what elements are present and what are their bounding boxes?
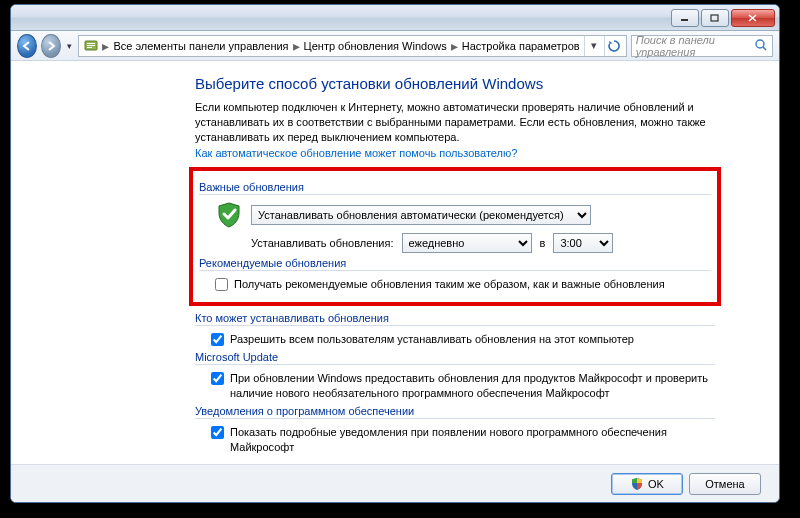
- breadcrumb-seg-1[interactable]: Все элементы панели управления: [109, 40, 292, 52]
- group-msupdate-heading: Microsoft Update: [195, 351, 715, 365]
- search-input[interactable]: Поиск в панели управления: [631, 35, 773, 57]
- minimize-button[interactable]: [671, 9, 699, 27]
- search-placeholder: Поиск в панели управления: [636, 34, 754, 58]
- svg-rect-5: [87, 43, 95, 44]
- breadcrumb[interactable]: ▸ Все элементы панели управления ▸ Центр…: [78, 35, 626, 57]
- schedule-label: Устанавливать обновления:: [251, 237, 394, 249]
- recommended-checkbox-label: Получать рекомендуемые обновления таким …: [234, 277, 665, 292]
- chevron-right-icon: ▸: [293, 39, 300, 53]
- chevron-right-icon: ▸: [451, 39, 458, 53]
- nav-forward-button[interactable]: [41, 34, 61, 58]
- svg-point-8: [756, 40, 764, 48]
- breadcrumb-dropdown-button[interactable]: ▾: [584, 36, 604, 56]
- recommended-checkbox[interactable]: [215, 278, 228, 291]
- shield-check-icon: [215, 201, 243, 229]
- footer: OK Отмена: [11, 464, 779, 502]
- who-checkbox-label: Разрешить всем пользователям устанавлива…: [230, 332, 634, 347]
- sidebar: [11, 61, 75, 464]
- svg-rect-1: [711, 15, 718, 21]
- msupdate-checkbox-label: При обновлении Windows предоставить обно…: [230, 371, 715, 401]
- group-important-heading: Важные обновления: [199, 181, 711, 195]
- breadcrumb-seg-2[interactable]: Центр обновления Windows: [300, 40, 451, 52]
- nav-back-button[interactable]: [17, 34, 37, 58]
- group-notify-heading: Уведомления о программном обеспечении: [195, 405, 715, 419]
- control-panel-icon: [83, 38, 99, 54]
- titlebar: [11, 5, 779, 31]
- page-title: Выберите способ установки обновлений Win…: [195, 75, 715, 92]
- ok-button[interactable]: OK: [611, 473, 683, 495]
- at-label: в: [540, 237, 546, 249]
- notify-checkbox-label: Показать подробные уведомления при появл…: [230, 425, 715, 455]
- navbar: ▾ ▸ Все элементы панели управления ▸ Цен…: [11, 31, 779, 61]
- help-link[interactable]: Как автоматическое обновление может помо…: [195, 147, 517, 159]
- who-checkbox[interactable]: [211, 333, 224, 346]
- svg-rect-6: [87, 45, 95, 46]
- intro-text: Если компьютер подключен к Интернету, мо…: [195, 100, 715, 145]
- chevron-right-icon: ▸: [102, 39, 109, 53]
- breadcrumb-seg-3[interactable]: Настройка параметров: [458, 40, 584, 52]
- refresh-button[interactable]: [604, 36, 624, 56]
- cancel-button[interactable]: Отмена: [689, 473, 761, 495]
- group-recommended-heading: Рекомендуемые обновления: [199, 257, 711, 271]
- uac-shield-icon: [630, 477, 644, 491]
- msupdate-checkbox[interactable]: [211, 372, 224, 385]
- svg-line-9: [763, 47, 766, 50]
- notify-checkbox[interactable]: [211, 426, 224, 439]
- highlight-box: Важные обновления Устанавливать обновлен…: [189, 167, 721, 307]
- close-button[interactable]: [731, 9, 775, 27]
- svg-rect-7: [87, 47, 92, 48]
- important-mode-select[interactable]: Устанавливать обновления автоматически (…: [251, 205, 591, 225]
- search-icon: [754, 38, 768, 54]
- maximize-button[interactable]: [701, 9, 729, 27]
- group-who-heading: Кто может устанавливать обновления: [195, 312, 715, 326]
- schedule-time-select[interactable]: 3:00: [553, 233, 613, 253]
- nav-history-drop[interactable]: ▾: [65, 41, 74, 51]
- schedule-frequency-select[interactable]: ежедневно: [402, 233, 532, 253]
